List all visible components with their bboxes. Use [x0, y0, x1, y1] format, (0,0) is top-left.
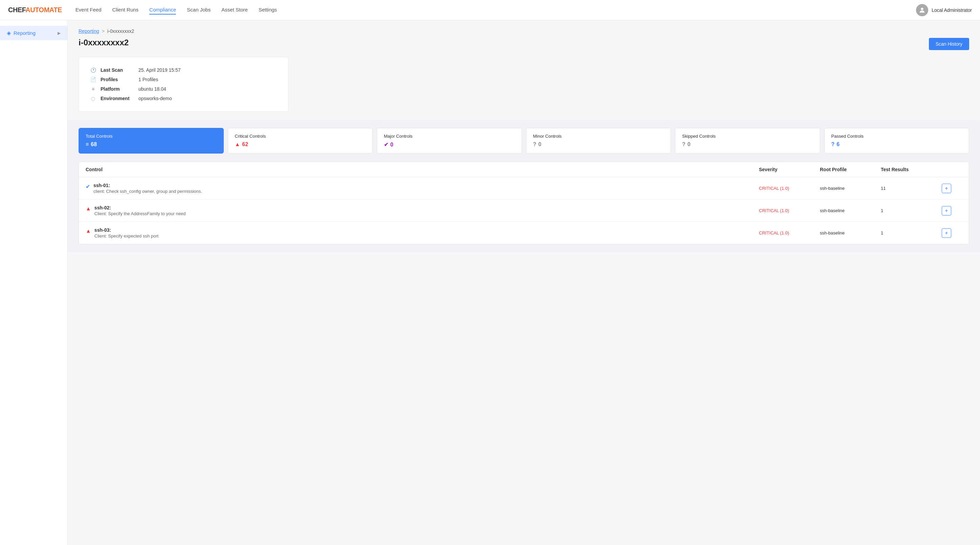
- nav-client-runs[interactable]: Client Runs: [112, 5, 139, 14]
- table-row: ✔ ssh-01: client: Check ssh_config owner…: [79, 177, 969, 200]
- info-card: 🕐 Last Scan 25. April 2019 15:57 📄 Profi…: [78, 57, 288, 112]
- control-id: ssh-02:: [94, 205, 186, 210]
- nav-compliance[interactable]: Compliance: [149, 5, 176, 14]
- question-icon: ?: [533, 141, 536, 148]
- clock-icon: 🕐: [90, 67, 97, 73]
- expand-button[interactable]: +: [942, 228, 951, 238]
- col-control: Control: [86, 167, 759, 172]
- minor-controls-value: ? 0: [533, 141, 664, 148]
- root-profile-cell: ssh-baseline: [820, 208, 881, 213]
- page-title: i-0xxxxxxxx2: [78, 38, 129, 48]
- check-icon: ✔: [384, 141, 388, 148]
- col-test-results: Test Results: [881, 167, 942, 172]
- profiles-label: Profiles: [100, 77, 134, 82]
- control-desc: Client: Specify the AddressFamily to you…: [94, 211, 186, 216]
- platform-value: ubuntu 18.04: [138, 86, 166, 92]
- test-results-cell: 1: [881, 230, 942, 235]
- logo-automate: AUTOMATE: [25, 6, 62, 14]
- test-results-cell: 1: [881, 208, 942, 213]
- sidebar: ◈ Reporting ▶: [0, 20, 68, 545]
- control-id: ssh-03:: [94, 227, 158, 233]
- control-info: ssh-02: Client: Specify the AddressFamil…: [94, 205, 186, 216]
- platform-label: Platform: [100, 86, 134, 92]
- col-root-profile: Root Profile: [820, 167, 881, 172]
- nav-event-feed[interactable]: Event Feed: [75, 5, 102, 14]
- failed-status-icon: ▲: [86, 206, 91, 212]
- passed-controls-value: ? 6: [831, 141, 963, 148]
- root-profile-cell: ssh-baseline: [820, 186, 881, 191]
- reporting-icon: ◈: [7, 30, 11, 36]
- chevron-right-icon: ▶: [57, 31, 60, 35]
- expand-cell: +: [942, 206, 962, 216]
- minor-controls-label: Minor Controls: [533, 133, 664, 139]
- severity-cell: CRITICAL (1.0): [759, 230, 820, 235]
- environment-value: opsworks-demo: [138, 96, 172, 101]
- control-name-cell: ✔ ssh-01: client: Check ssh_config owner…: [86, 183, 759, 194]
- breadcrumb: Reporting > i-0xxxxxxxx2: [78, 29, 969, 34]
- nav-scan-jobs[interactable]: Scan Jobs: [187, 5, 210, 14]
- scan-history-button[interactable]: Scan History: [929, 38, 969, 50]
- user-name: Local Administrator: [932, 8, 972, 13]
- breadcrumb-reporting-link[interactable]: Reporting: [78, 29, 99, 34]
- critical-controls-value: ▲ 62: [235, 141, 366, 148]
- breadcrumb-current: i-0xxxxxxxx2: [107, 29, 134, 34]
- passed-question-icon: ?: [831, 141, 835, 148]
- control-card-skipped[interactable]: Skipped Controls ? 0: [675, 128, 820, 154]
- control-desc: client: Check ssh_config owner, group an…: [94, 189, 202, 194]
- sidebar-item-label: Reporting: [14, 30, 35, 36]
- control-desc: Client: Specify expected ssh port: [94, 234, 158, 238]
- avatar: [916, 4, 928, 16]
- environment-label: Environment: [100, 96, 134, 101]
- skipped-controls-label: Skipped Controls: [682, 133, 813, 139]
- info-row-environment: ◌ Environment opsworks-demo: [90, 94, 277, 103]
- expand-button[interactable]: +: [942, 206, 951, 216]
- major-controls-label: Major Controls: [384, 133, 515, 139]
- col-actions: [942, 167, 962, 172]
- control-info: ssh-01: client: Check ssh_config owner, …: [94, 183, 202, 194]
- major-controls-value: ✔ 0: [384, 141, 515, 148]
- passed-controls-label: Passed Controls: [831, 133, 963, 139]
- expand-cell: +: [942, 228, 962, 238]
- control-cards: Total Controls ≡ 68 Critical Controls ▲ …: [78, 128, 969, 154]
- root-profile-cell: ssh-baseline: [820, 230, 881, 235]
- table-row: ▲ ssh-02: Client: Specify the AddressFam…: [79, 200, 969, 222]
- app-logo: CHEFAUTOMATE: [8, 6, 62, 14]
- severity-cell: CRITICAL (1.0): [759, 208, 820, 213]
- expand-button[interactable]: +: [942, 184, 951, 193]
- failed-status-icon: ▲: [86, 228, 91, 234]
- page-header: i-0xxxxxxxx2 Scan History: [78, 38, 969, 50]
- warning-icon: ▲: [235, 141, 240, 148]
- test-results-cell: 11: [881, 186, 942, 191]
- profiles-icon: 📄: [90, 77, 97, 82]
- control-card-minor[interactable]: Minor Controls ? 0: [526, 128, 671, 154]
- logo-chef: CHEF: [8, 6, 25, 14]
- control-id: ssh-01:: [94, 183, 202, 188]
- controls-section: Total Controls ≡ 68 Critical Controls ▲ …: [68, 120, 980, 253]
- platform-icon: ≡: [90, 86, 97, 92]
- total-controls-label: Total Controls: [86, 133, 216, 139]
- critical-controls-label: Critical Controls: [235, 133, 366, 139]
- total-controls-value: ≡ 68: [86, 141, 216, 148]
- table-row: ▲ ssh-03: Client: Specify expected ssh p…: [79, 222, 969, 244]
- profiles-value: 1 Profiles: [138, 77, 158, 82]
- nav-right: Local Administrator: [916, 4, 972, 16]
- nav-asset-store[interactable]: Asset Store: [221, 5, 248, 14]
- top-navigation: CHEFAUTOMATE Event Feed Client Runs Comp…: [0, 0, 980, 20]
- last-scan-value: 25. April 2019 15:57: [138, 67, 181, 73]
- sidebar-item-reporting[interactable]: ◈ Reporting ▶: [0, 26, 67, 40]
- control-card-critical[interactable]: Critical Controls ▲ 62: [228, 128, 373, 154]
- severity-cell: CRITICAL (1.0): [759, 186, 820, 191]
- sidebar-item-left: ◈ Reporting: [7, 30, 35, 36]
- control-card-passed[interactable]: Passed Controls ? 6: [824, 128, 969, 154]
- control-card-total[interactable]: Total Controls ≡ 68: [78, 128, 224, 154]
- passed-status-icon: ✔: [86, 183, 90, 190]
- info-row-profiles: 📄 Profiles 1 Profiles: [90, 75, 277, 84]
- control-name-cell: ▲ ssh-03: Client: Specify expected ssh p…: [86, 227, 759, 238]
- control-card-major[interactable]: Major Controls ✔ 0: [377, 128, 522, 154]
- control-name-cell: ▲ ssh-02: Client: Specify the AddressFam…: [86, 205, 759, 216]
- main-content: Reporting > i-0xxxxxxxx2 i-0xxxxxxxx2 Sc…: [68, 20, 980, 545]
- col-severity: Severity: [759, 167, 820, 172]
- nav-settings[interactable]: Settings: [259, 5, 277, 14]
- controls-table: Control Severity Root Profile Test Resul…: [78, 162, 969, 244]
- expand-cell: +: [942, 184, 962, 193]
